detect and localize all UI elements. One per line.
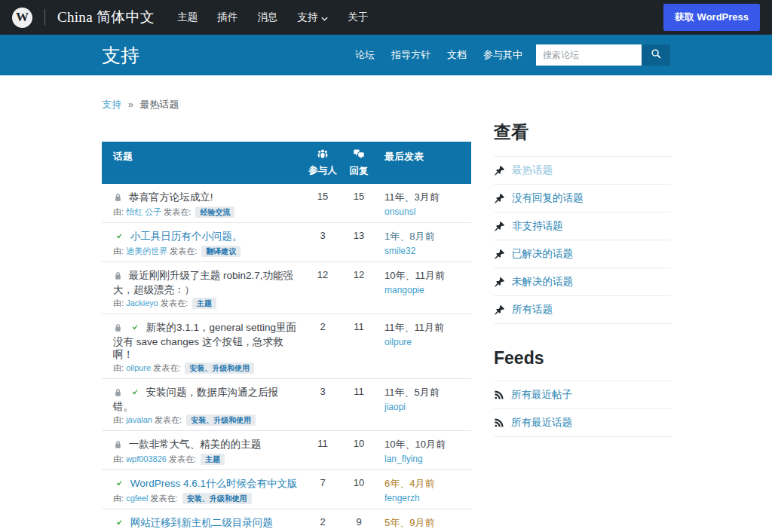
view-link[interactable]: 已解决的话题 (512, 247, 573, 261)
last-poster-link[interactable]: smile32 (384, 246, 471, 256)
header-voices-label: 参与人 (308, 164, 337, 177)
banner-nav-link[interactable]: 指导方针 (391, 48, 430, 62)
view-link[interactable]: 没有回复的话题 (512, 191, 584, 205)
banner-nav-link[interactable]: 文档 (447, 48, 467, 62)
topic-row: 安装问题，数据库沟通之后报错。 由: javalan 发表在: 安装、升级和使用… (102, 379, 471, 431)
forum-badge[interactable]: 主题 (192, 298, 216, 309)
freshness-link[interactable]: 11年、11月前 (384, 321, 471, 334)
view-link[interactable]: 所有话题 (512, 303, 553, 316)
view-item: 非支持话题 (494, 212, 671, 240)
voices-count: 2 (305, 314, 341, 378)
view-item: 所有话题 (494, 296, 671, 324)
last-poster-link[interactable]: mangopie (384, 285, 471, 295)
search-input[interactable] (536, 44, 642, 66)
voices-count: 12 (305, 262, 341, 313)
breadcrumb-separator: » (128, 99, 133, 110)
topic-title-link[interactable]: 一款非常大气、精美的的主题 (129, 439, 262, 450)
replies-count: 15 (341, 184, 377, 222)
topic-byline: 由: cgfeel 发表在: 安装、升级和使用 (113, 494, 299, 503)
feed-link[interactable]: 所有最近帖子 (511, 388, 572, 402)
posted-in-label: 发表在: (151, 494, 178, 503)
chevron-down-icon (321, 12, 328, 23)
by-label: 由: (113, 415, 124, 424)
author-link[interactable]: Jackieyo (126, 298, 158, 307)
voices-count: 15 (305, 184, 341, 222)
header-topic: 话题 (102, 142, 305, 184)
author-link[interactable]: javalan (126, 415, 152, 424)
rss-icon (494, 417, 504, 428)
header-replies: 回复 (341, 142, 377, 184)
page-title[interactable]: 支持 (102, 43, 139, 68)
search-button[interactable] (642, 44, 670, 66)
forum-badge[interactable]: 翻译建议 (201, 246, 240, 257)
topic-title-link[interactable]: 恭喜官方论坛成立! (129, 191, 213, 203)
search-icon (651, 48, 662, 62)
get-wordpress-button[interactable]: 获取 WordPress (663, 4, 760, 31)
forum-badge[interactable]: 安装、升级和使用 (182, 493, 252, 504)
admin-nav-item[interactable]: 插件 (217, 11, 237, 24)
sidebar: 查看 最热话题 没有回复的话题 (494, 112, 671, 532)
header-voices: 参与人 (305, 142, 341, 184)
author-link[interactable]: cgfeel (126, 494, 148, 503)
admin-nav-item[interactable]: 主题 (177, 11, 198, 24)
last-poster-link[interactable]: oilpure (384, 337, 471, 347)
topic-title-link[interactable]: 小工具日历有个小问题。 (130, 231, 243, 242)
author-link[interactable]: oilpure (126, 363, 151, 372)
view-link[interactable]: 非支持话题 (512, 219, 563, 233)
posted-in-label: 发表在: (153, 363, 180, 372)
topic-title-link[interactable]: 最近刚刚升级了主题 robin2.7,功能强大，超级漂亮：） (113, 270, 293, 295)
admin-nav-item[interactable]: 支持 (297, 11, 328, 24)
topic-byline: 由: wpf003826 发表在: 主题 (113, 454, 299, 464)
freshness-link[interactable]: 11年、3月前 (384, 191, 471, 203)
topic-title-link[interactable]: 新装的3.1.1，general setting里面没有 save change… (113, 322, 296, 360)
topic-row: 新装的3.1.1，general setting里面没有 save change… (102, 314, 471, 379)
topic-row: WordPress 4.6.1什么时候会有中文版 由: cgfeel 发表在: … (102, 470, 471, 509)
replies-icon (353, 148, 365, 163)
feed-link[interactable]: 所有最近话题 (511, 416, 572, 430)
freshness-link[interactable]: 5年、9月前 (384, 516, 471, 529)
voices-count: 3 (305, 379, 341, 430)
replies-count: 11 (341, 314, 377, 378)
author-link[interactable]: wpf003826 (126, 454, 167, 463)
forum-badge[interactable]: 经验交流 (195, 206, 234, 218)
views-list: 最热话题 没有回复的话题 非支持话题 (494, 156, 671, 324)
breadcrumb-link[interactable]: 支持 (102, 99, 121, 110)
admin-nav-item[interactable]: 关于 (348, 11, 368, 24)
locale-link[interactable]: China 简体中文 (57, 8, 155, 27)
freshness-link[interactable]: 10年、10月前 (384, 438, 471, 451)
topics-table: 话题 参与人 回复 最后发表 (102, 142, 471, 532)
topic-title-link[interactable]: WordPress 4.6.1什么时候会有中文版 (130, 478, 298, 489)
by-label: 由: (113, 246, 124, 255)
feed-item: 所有最近帖子 (494, 381, 671, 409)
voices-count: 3 (305, 223, 341, 261)
wordpress-logo-icon[interactable]: W (12, 8, 32, 28)
author-link[interactable]: 怡红 公子 (126, 207, 161, 216)
last-poster-link[interactable]: lan_flying (384, 454, 471, 464)
forum-badge[interactable]: 安装、升级和使用 (186, 414, 256, 426)
replies-count: 11 (341, 379, 377, 430)
admin-nav-item[interactable]: 消息 (257, 11, 277, 24)
author-link[interactable]: 迪美的世界 (126, 246, 167, 255)
posted-in-label: 发表在: (155, 415, 182, 424)
topic-row: 最近刚刚升级了主题 robin2.7,功能强大，超级漂亮：） 由: Jackie… (102, 262, 471, 314)
view-link[interactable]: 未解决的话题 (512, 275, 573, 289)
forum-badge[interactable]: 安装、升级和使用 (185, 362, 254, 374)
posted-in-label: 发表在: (169, 454, 196, 463)
topic-title-link[interactable]: 网站迁移到新主机二级目录问题 (130, 517, 273, 528)
freshness-link[interactable]: 10年、11月前 (384, 269, 471, 282)
view-item: 已解决的话题 (494, 240, 671, 268)
forum-badge[interactable]: 主题 (201, 454, 225, 465)
freshness-link[interactable]: 1年、8月前 (384, 230, 471, 243)
breadcrumb: 支持 » 最热话题 (102, 98, 772, 112)
last-poster-link[interactable]: jiaopi (384, 402, 471, 412)
banner-nav-link[interactable]: 论坛 (355, 48, 375, 62)
last-poster-link[interactable]: onsunsl (384, 206, 471, 217)
view-link[interactable]: 最热话题 (512, 164, 553, 177)
last-poster-link[interactable]: fengerzh (384, 493, 471, 503)
voices-count: 2 (305, 509, 341, 532)
posted-in-label: 发表在: (161, 298, 188, 307)
freshness-link[interactable]: 6年、4月前 (384, 477, 471, 490)
by-label: 由: (113, 454, 124, 463)
freshness-link[interactable]: 11年、5月前 (384, 386, 471, 399)
banner-nav-link[interactable]: 参与其中 (483, 48, 522, 62)
